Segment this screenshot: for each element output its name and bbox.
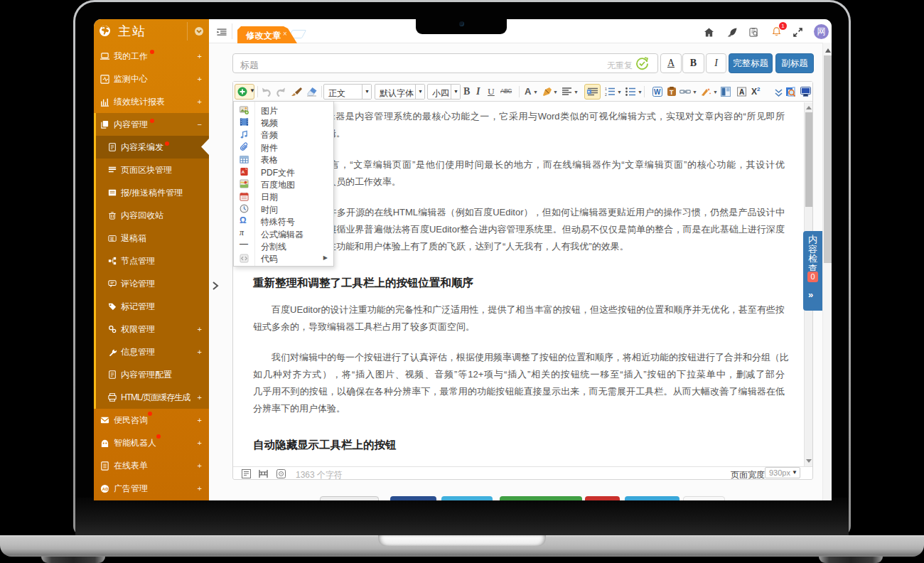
svg-text:AD: AD — [102, 486, 109, 490]
svg-text:A: A — [739, 88, 744, 96]
svg-text:2: 2 — [605, 92, 607, 97]
svg-text:1: 1 — [605, 87, 607, 91]
svg-text:A: A — [242, 170, 245, 174]
svg-text:T: T — [670, 89, 674, 96]
svg-text:W: W — [654, 88, 661, 96]
svg-text:退: 退 — [110, 235, 114, 240]
